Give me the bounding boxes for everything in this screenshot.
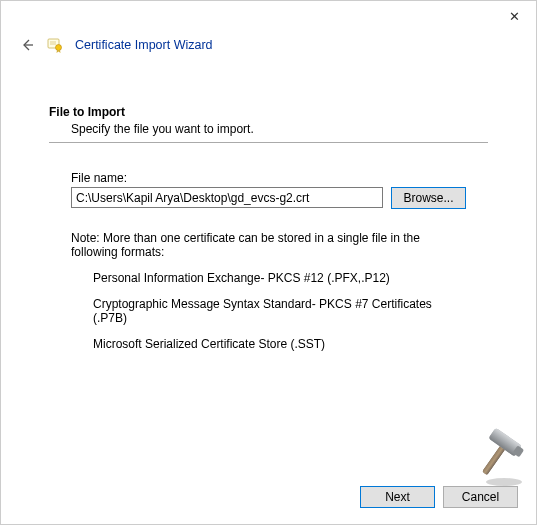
titlebar: ✕ <box>1 1 536 31</box>
note-text: Note: More than one certificate can be s… <box>71 231 466 259</box>
content-area: File to Import Specify the file you want… <box>1 67 536 351</box>
certificate-icon <box>47 37 63 53</box>
format-item: Personal Information Exchange- PKCS #12 … <box>93 271 466 285</box>
section-title: File to Import <box>49 105 488 119</box>
format-list: Personal Information Exchange- PKCS #12 … <box>71 271 466 351</box>
svg-point-10 <box>486 478 522 486</box>
close-button[interactable]: ✕ <box>492 1 536 31</box>
svg-rect-6 <box>482 444 506 475</box>
format-item: Cryptographic Message Syntax Standard- P… <box>93 297 466 325</box>
cancel-button[interactable]: Cancel <box>443 486 518 508</box>
wizard-title: Certificate Import Wizard <box>75 38 213 52</box>
close-icon: ✕ <box>509 9 520 24</box>
svg-rect-9 <box>513 445 525 457</box>
back-arrow-icon[interactable] <box>19 37 35 53</box>
svg-rect-8 <box>488 428 522 457</box>
next-button[interactable]: Next <box>360 486 435 508</box>
file-name-label: File name: <box>71 171 466 185</box>
hammer-watermark-icon <box>466 424 530 488</box>
divider <box>49 142 488 143</box>
wizard-header: Certificate Import Wizard <box>1 31 536 67</box>
browse-button[interactable]: Browse... <box>391 187 466 209</box>
format-item: Microsoft Serialized Certificate Store (… <box>93 337 466 351</box>
section-description: Specify the file you want to import. <box>49 122 488 136</box>
footer-buttons: Next Cancel <box>360 486 518 508</box>
svg-point-4 <box>56 45 62 51</box>
svg-rect-5 <box>482 444 506 475</box>
svg-rect-7 <box>488 428 522 457</box>
file-name-input[interactable] <box>71 187 383 208</box>
